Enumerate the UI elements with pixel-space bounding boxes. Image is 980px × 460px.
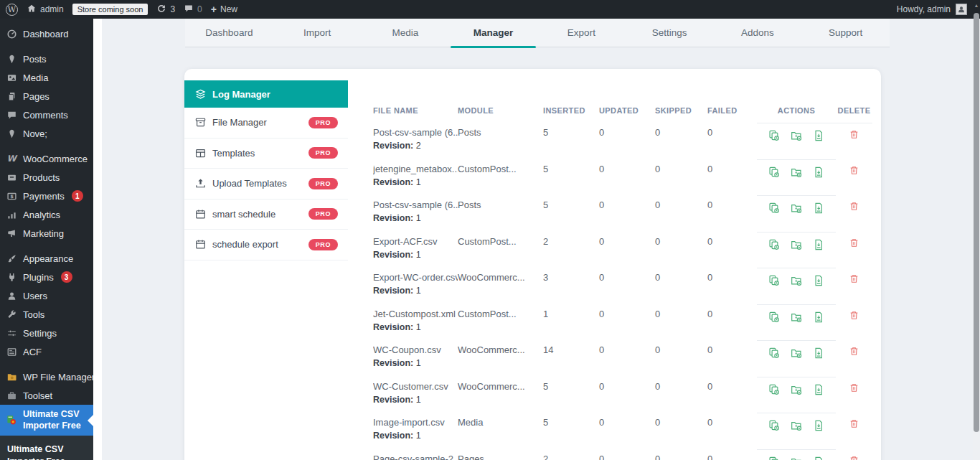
wordpress-logo-icon[interactable]: W [6, 4, 18, 16]
view-log-button[interactable] [768, 274, 781, 289]
sidebar-item-payments[interactable]: $ Payments 1 [0, 187, 93, 205]
delete-log-button[interactable] [849, 346, 859, 359]
tab-media[interactable]: Media [362, 19, 450, 47]
delete-log-button[interactable] [849, 310, 859, 323]
scrollbar-thumb[interactable] [974, 13, 979, 432]
view-log-button[interactable] [768, 202, 781, 217]
panel-item-schedule-export[interactable]: schedule export PRO [184, 230, 348, 260]
delete-log-button[interactable] [849, 201, 859, 214]
sidebar-item-analytics[interactable]: Analytics [0, 205, 93, 224]
sidebar-item-woocommerce[interactable]: W WooCommerce [0, 149, 93, 168]
sidebar-item-marketing[interactable]: Marketing [0, 224, 93, 243]
submenu-item-ultimate-csv-importer-free[interactable]: Ultimate CSV Importer Free [0, 441, 93, 460]
sidebar-item-comments[interactable]: Comments [0, 105, 93, 124]
tab-import[interactable]: Import [273, 19, 362, 47]
sidebar-item-tools[interactable]: Tools [0, 305, 93, 324]
panel-item-log-manager[interactable]: Log Manager [184, 80, 348, 108]
download-file-button[interactable] [812, 383, 825, 398]
delete-log-button[interactable] [849, 238, 859, 250]
skipped-cell: 0 [655, 159, 707, 196]
view-log-button[interactable] [768, 311, 781, 326]
remove-uploaded-file-button[interactable] [790, 274, 803, 289]
file-name: jetengine_metabox... [373, 159, 458, 174]
panel-item-file-manager[interactable]: File Manager PRO [184, 108, 348, 139]
remove-uploaded-file-button[interactable] [790, 129, 803, 144]
sidebar-item-pages[interactable]: Pages [0, 87, 93, 105]
howdy-text[interactable]: Howdy, admin [897, 4, 951, 14]
scrollbar-up-arrow[interactable]: ▲ [973, 3, 980, 8]
revision: Revision: 1 [373, 395, 458, 405]
page-scrollbar[interactable]: ▲ [973, 0, 980, 460]
store-coming-soon-badge[interactable]: Store coming soon [72, 4, 149, 15]
panel-item-templates[interactable]: Templates PRO [184, 139, 348, 169]
tab-export[interactable]: Export [537, 19, 626, 47]
sidebar-item-acf[interactable]: ACF [0, 342, 93, 361]
panel-item-smart-schedule[interactable]: smart schedule PRO [184, 200, 348, 230]
sidebar-item-products[interactable]: Products [0, 168, 93, 187]
delete-log-button[interactable] [849, 418, 859, 431]
delete-log-button[interactable] [849, 129, 859, 142]
briefcase-icon [6, 390, 17, 401]
sidebar-item-dashboard[interactable]: Dashboard [0, 24, 93, 43]
download-file-button[interactable] [812, 202, 825, 217]
remove-uploaded-file-button[interactable] [790, 202, 803, 217]
view-log-button[interactable] [768, 383, 781, 398]
remove-uploaded-file-button[interactable] [790, 347, 803, 362]
delete-log-button[interactable] [849, 455, 859, 460]
sidebar-item-posts[interactable]: Posts [0, 50, 93, 68]
tab-dashboard[interactable]: Dashboard [185, 19, 273, 47]
view-log-button[interactable] [768, 419, 781, 434]
sidebar-item-wp-file-manager[interactable]: WP File Manager [0, 367, 93, 386]
sidebar-item-nove[interactable]: Nove; [0, 124, 93, 143]
sidebar-item-settings[interactable]: Settings [0, 324, 93, 342]
download-file-button[interactable] [812, 311, 825, 326]
sidebar-item-media[interactable]: Media [0, 68, 93, 87]
tab-settings[interactable]: Settings [626, 19, 714, 47]
download-file-button[interactable] [812, 347, 825, 362]
download-file-button[interactable] [812, 238, 825, 253]
table-row: jetengine_metabox... Revision: 1 CustomP… [373, 159, 872, 196]
site-menu[interactable]: admin [27, 4, 64, 16]
view-log-button[interactable] [768, 129, 781, 144]
plus-icon: + [211, 4, 217, 14]
download-file-button[interactable] [812, 274, 825, 289]
download-file-button[interactable] [812, 456, 825, 460]
updates-menu[interactable]: 3 [156, 4, 175, 16]
remove-uploaded-file-button[interactable] [790, 238, 803, 253]
delete-log-button[interactable] [849, 382, 859, 395]
remove-uploaded-file-button[interactable] [790, 311, 803, 326]
sidebar-item-appearance[interactable]: Appearance [0, 249, 93, 268]
tab-addons[interactable]: Addons [714, 19, 802, 47]
updated-cell: 0 [599, 340, 655, 377]
comments-menu[interactable]: 0 [184, 4, 202, 16]
view-log-button[interactable] [768, 166, 781, 181]
file-name: Export-ACF.csv [373, 232, 458, 247]
view-log-button[interactable] [768, 238, 781, 253]
col-delete: DELETE [836, 106, 872, 115]
tab-support[interactable]: Support [801, 19, 890, 47]
file-history-icon [768, 311, 781, 326]
sidebar-item-ultimate-csv-importer[interactable]: Ultimate CSV Importer Free [0, 405, 93, 436]
sidebar-item-toolset[interactable]: Toolset [0, 386, 93, 405]
remove-uploaded-file-button[interactable] [790, 419, 803, 434]
pin-icon [6, 53, 17, 65]
remove-uploaded-file-button[interactable] [790, 383, 803, 398]
download-file-button[interactable] [812, 129, 825, 144]
file-history-icon [768, 166, 781, 181]
new-content-menu[interactable]: + New [211, 4, 237, 14]
download-file-button[interactable] [812, 419, 825, 434]
tab-manager[interactable]: Manager [449, 19, 537, 47]
remove-uploaded-file-button[interactable] [790, 456, 803, 460]
avatar[interactable] [956, 4, 967, 15]
delete-log-button[interactable] [849, 165, 859, 178]
log-table: FILE NAME MODULE INSERTED UPDATED SKIPPE… [348, 69, 881, 460]
download-file-button[interactable] [812, 166, 825, 181]
panel-item-upload-templates[interactable]: Upload Templates PRO [184, 169, 348, 200]
payments-icon: $ [6, 190, 17, 202]
delete-log-button[interactable] [849, 273, 859, 286]
view-log-button[interactable] [768, 456, 781, 460]
sidebar-item-plugins[interactable]: Plugins 3 [0, 268, 93, 286]
remove-uploaded-file-button[interactable] [790, 166, 803, 181]
sidebar-item-users[interactable]: Users [0, 286, 93, 305]
view-log-button[interactable] [768, 347, 781, 362]
